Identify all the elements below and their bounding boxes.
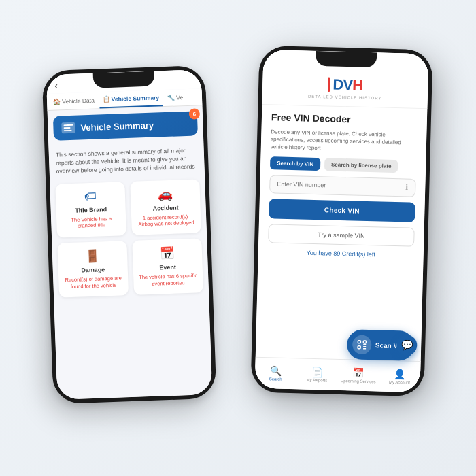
nav-my-reports[interactable]: 📄 My Reports [296,363,338,386]
search-by-vin-tab[interactable]: Search by VIN [270,156,320,171]
search-by-plate-tab[interactable]: Search by license plate [324,158,398,173]
accident-card[interactable]: 🚗 Accident 1 accident record(s). Airbag … [130,179,201,235]
vehicle-summary-description: This section shows a general summary of … [48,141,205,182]
vehicle-summary-header: 6 Vehicle Summary [53,111,198,140]
reports-nav-icon: 📄 [311,367,323,377]
svg-rect-7 [363,346,366,347]
ve-icon: 🔧 [167,95,175,101]
nav-upcoming-services[interactable]: 📅 Upcoming Services [337,364,379,387]
svg-rect-4 [363,341,366,343]
summary-badge: 6 [189,108,201,120]
summary-icon [61,122,75,134]
dvh-subtitle: DETAILED VEHICLE HISTORY [308,95,381,101]
damage-card[interactable]: 🚪 Damage Record(s) of damage are found f… [57,241,129,297]
dvh-header: DVH DETAILED VEHICLE HISTORY [262,69,428,109]
right-main: Free VIN Decoder Decode any VIN or licen… [256,105,428,361]
svg-rect-8 [363,348,366,350]
back-button[interactable]: ‹ [54,80,58,91]
right-phone: DVH DETAILED VEHICLE HISTORY Free VIN De… [250,46,432,397]
svg-rect-0 [63,124,73,126]
svg-rect-5 [358,346,360,349]
vin-input-row[interactable]: ℹ [269,175,416,197]
title-brand-card[interactable]: 🏷 Title Brand The Vehicle has a branded … [55,182,126,238]
left-phone-content: ‹ 🏠 Vehicle Data 📋 Vehicle Summary 🔧 Ve.… [46,69,213,400]
title-brand-label: Title Brand [75,206,107,214]
event-label: Event [159,264,176,271]
dvh-bar [328,77,330,92]
event-icon: 📅 [160,246,175,262]
nav-my-account[interactable]: 👤 My Account [379,366,421,388]
search-nav-label: Search [269,377,282,381]
left-phone: ‹ 🏠 Vehicle Data 📋 Vehicle Summary 🔧 Ve.… [42,65,217,404]
sample-vin-button[interactable]: Try a sample VIN [268,224,415,247]
reports-nav-label: My Reports [307,378,328,383]
right-phone-content: DVH DETAILED VEHICLE HISTORY Free VIN De… [255,50,429,392]
summary-cards-grid: 🏷 Title Brand The Vehicle has a branded … [50,176,209,303]
vin-decoder-title: Free VIN Decoder [271,112,418,126]
vehicle-data-icon: 🏠 [53,98,61,105]
vin-decoder-description: Decode any VIN or license plate. Check v… [271,128,418,154]
info-icon: ℹ [405,183,408,192]
svg-rect-3 [358,341,360,343]
damage-status: Record(s) of damage are found for the ve… [64,275,123,290]
damage-icon: 🚪 [85,249,101,265]
services-nav-label: Upcoming Services [341,379,376,384]
damage-label: Damage [81,266,105,273]
services-nav-icon: 📅 [352,367,364,378]
event-card[interactable]: 📅 Event The vehicle has 6 specific event… [132,238,203,294]
account-nav-icon: 👤 [394,369,405,379]
dvh-letters: DVH [333,76,362,95]
tab-ve[interactable]: 🔧 Ve... [164,89,192,106]
accident-status: 1 accident record(s). Airbag was not dep… [137,213,196,228]
nav-search[interactable]: 🔍 Search [255,362,297,385]
dvh-logo: DVH [328,75,362,94]
check-vin-button[interactable]: Check VIN [269,199,415,222]
vehicle-summary-icon: 📋 [103,96,110,103]
account-nav-label: My Account [389,380,410,385]
svg-rect-1 [63,127,70,129]
right-notch [315,51,377,67]
tab-vehicle-summary[interactable]: 📋 Vehicle Summary [99,90,163,108]
title-brand-status: The Vehicle has a branded title [62,215,121,230]
search-tabs: Search by VIN Search by license plate [270,156,416,173]
tab-vehicle-data[interactable]: 🏠 Vehicle Data [50,92,99,109]
chat-icon: 💬 [401,339,413,350]
bottom-nav: 🔍 Search 📄 My Reports 📅 Upcoming Service… [255,357,421,392]
scan-vin-icon [352,335,372,354]
vin-input[interactable] [277,181,405,191]
title-brand-icon: 🏷 [84,189,97,204]
accident-label: Accident [152,204,178,211]
vehicle-summary-title: Vehicle Summary [80,120,154,133]
event-status: The vehicle has 6 specific event reporte… [139,273,198,288]
dvh-h-letter: H [352,76,363,93]
svg-rect-2 [64,130,72,131]
svg-rect-6 [363,344,366,345]
search-nav-icon: 🔍 [270,365,282,376]
credits-text: You have 89 Credit(s) left [268,248,414,259]
left-notch [93,71,155,88]
accident-icon: 🚗 [158,186,173,202]
